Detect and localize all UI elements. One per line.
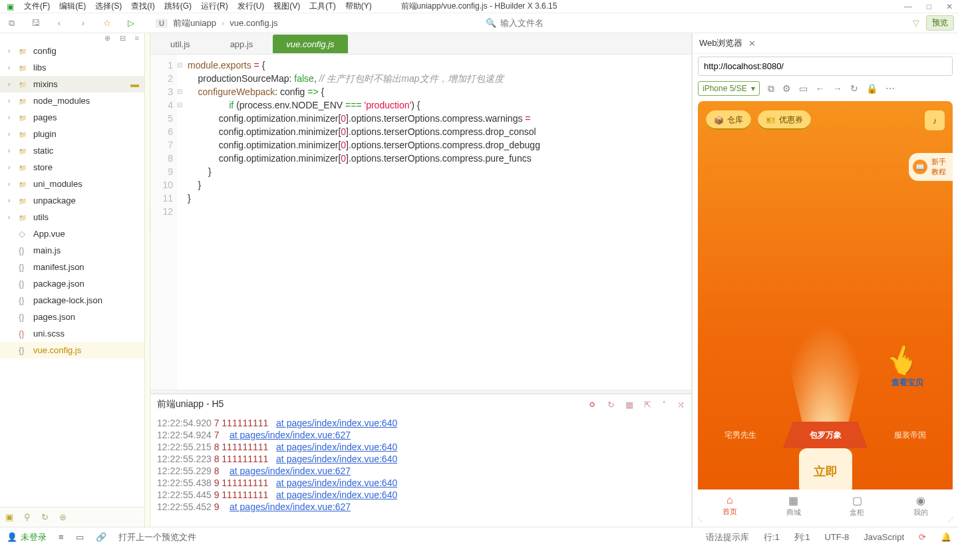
tree-item[interactable]: ›pages: [0, 109, 144, 126]
tree-item[interactable]: ›libs: [0, 59, 144, 76]
tree-item[interactable]: ›unpackage: [0, 192, 144, 209]
collapse-icon[interactable]: ⊟: [120, 34, 126, 43]
more-icon[interactable]: ⋯: [885, 83, 895, 94]
devtools-icon[interactable]: ▭: [799, 83, 808, 94]
lang-mode[interactable]: JavaScript: [864, 532, 904, 542]
menu-item[interactable]: 运行(R): [201, 1, 228, 11]
file-tree[interactable]: ›config›libs›mixins▬›node_modules›pages›…: [0, 43, 144, 507]
collapse-console-icon[interactable]: ˄: [662, 400, 667, 410]
breadcrumb-file[interactable]: vue.config.js: [230, 18, 277, 28]
cat-left[interactable]: 宅男先生: [698, 422, 783, 448]
forward-nav-icon[interactable]: →: [833, 83, 842, 94]
trace-link[interactable]: at pages/index/index.vue:627: [230, 430, 351, 440]
trace-link[interactable]: at pages/index/index.vue:640: [276, 454, 397, 464]
trace-link[interactable]: at pages/index/index.vue:640: [276, 490, 397, 500]
music-button[interactable]: ♪: [925, 110, 945, 130]
run-icon[interactable]: ▷: [125, 17, 137, 29]
add-icon[interactable]: ⊕: [104, 34, 110, 43]
sync-icon[interactable]: ↻: [41, 512, 49, 522]
tree-item[interactable]: {}uni.scss: [0, 325, 144, 342]
link-icon[interactable]: 🔗: [96, 532, 106, 542]
phone-nav-item[interactable]: ◉我的: [889, 490, 953, 521]
tree-item[interactable]: {}main.js: [0, 242, 144, 259]
menu-item[interactable]: 文件(F): [24, 1, 50, 11]
list-icon[interactable]: ≡: [59, 532, 64, 542]
reload-icon[interactable]: ↻: [850, 83, 858, 94]
open-icon[interactable]: ⧉: [768, 83, 774, 94]
menu-item[interactable]: 工具(T): [309, 1, 335, 11]
tree-item[interactable]: ›node_modules: [0, 92, 144, 109]
editor-tab[interactable]: app.js: [210, 34, 273, 54]
preview-url-input[interactable]: [698, 57, 953, 76]
code-area[interactable]: 123456789101112 ⊟ ⊟⊟ module.exports = { …: [150, 55, 691, 390]
tree-item[interactable]: ›mixins▬: [0, 76, 144, 92]
tree-item[interactable]: ›utils: [0, 209, 144, 225]
tree-item[interactable]: {}manifest.json: [0, 259, 144, 275]
back-icon[interactable]: ‹: [53, 17, 65, 29]
menu-icon[interactable]: ≡: [135, 34, 139, 42]
restart-icon[interactable]: ↻: [607, 400, 615, 410]
sync-status-icon[interactable]: ⟳: [919, 532, 926, 542]
breadcrumb-project[interactable]: 前端uniapp: [173, 17, 216, 29]
back-nav-icon[interactable]: ←: [816, 83, 825, 94]
tree-item[interactable]: ›uni_modules: [0, 176, 144, 192]
menu-item[interactable]: 发行(U): [238, 1, 265, 11]
editor-tab[interactable]: vue.config.js: [273, 35, 347, 53]
export-icon[interactable]: ⇱: [644, 400, 651, 410]
lock-icon[interactable]: 🔒: [866, 83, 878, 94]
wrap-icon[interactable]: ⤭: [677, 400, 685, 410]
encoding[interactable]: UTF-8: [824, 532, 849, 542]
maximize-icon[interactable]: □: [927, 2, 931, 11]
menu-item[interactable]: 帮助(Y): [345, 1, 372, 11]
new-file-icon[interactable]: ⧉: [5, 17, 17, 29]
fold-column[interactable]: ⊟ ⊟⊟: [177, 55, 185, 390]
preview-close-icon[interactable]: ✕: [748, 39, 756, 49]
star-icon[interactable]: ☆: [101, 17, 113, 29]
file-search[interactable]: 🔍: [486, 18, 667, 28]
preview-tab-label[interactable]: Web浏览器: [699, 37, 743, 49]
gear-icon[interactable]: ⚙: [782, 83, 791, 94]
trace-link[interactable]: at pages/index/index.vue:627: [230, 466, 351, 476]
go-button[interactable]: 立即: [799, 448, 852, 495]
tree-item[interactable]: ◇App.vue: [0, 225, 144, 242]
folder-icon[interactable]: ▣: [5, 512, 13, 522]
save-icon[interactable]: 🖫: [29, 17, 41, 29]
phone-nav-item[interactable]: ⌂首页: [698, 490, 762, 521]
cat-mid[interactable]: 包罗万象: [783, 422, 868, 448]
lang-hint[interactable]: 语法提示库: [706, 531, 749, 543]
minimize-icon[interactable]: —: [904, 2, 912, 11]
bug-icon[interactable]: ⚲: [24, 512, 31, 522]
trash-icon[interactable]: ▦: [625, 400, 633, 410]
file-search-input[interactable]: [500, 18, 667, 28]
tree-item[interactable]: ›config: [0, 43, 144, 59]
trace-link[interactable]: at pages/index/index.vue:627: [230, 501, 351, 512]
phone-nav-item[interactable]: ▢盒柜: [826, 490, 889, 521]
stop-icon[interactable]: ⭘: [588, 400, 597, 410]
cat-right[interactable]: 服装帝国: [868, 422, 953, 448]
look-label[interactable]: 查看宝贝: [891, 377, 923, 388]
trace-link[interactable]: at pages/index/index.vue:640: [276, 442, 397, 452]
phone-nav-item[interactable]: ▦商城: [762, 490, 826, 521]
trace-link[interactable]: at pages/index/index.vue:640: [276, 418, 397, 428]
trace-link[interactable]: at pages/index/index.vue:640: [276, 478, 397, 488]
globe-icon[interactable]: ⊛: [59, 512, 67, 522]
forward-icon[interactable]: ›: [77, 17, 89, 29]
terminal-icon[interactable]: ▭: [76, 532, 84, 542]
menu-item[interactable]: 编辑(E): [59, 1, 86, 11]
editor-tab[interactable]: util.js: [150, 34, 210, 54]
tree-item[interactable]: {}pages.json: [0, 309, 144, 325]
device-select[interactable]: iPhone 5/SE▾: [698, 81, 760, 96]
menu-item[interactable]: 选择(S): [95, 1, 122, 11]
menu-item[interactable]: 跳转(G): [164, 1, 192, 11]
tree-item[interactable]: ›static: [0, 142, 144, 159]
menu-item[interactable]: 视图(V): [273, 1, 300, 11]
login-status[interactable]: 👤 未登录: [7, 531, 47, 543]
console-body[interactable]: 12:22:54.920 7 111111111 at pages/index/…: [150, 414, 691, 527]
tree-item[interactable]: {}package-lock.json: [0, 292, 144, 309]
bell-icon[interactable]: 🔔: [941, 532, 951, 542]
close-icon[interactable]: ✕: [946, 2, 953, 11]
preview-button[interactable]: 预览: [926, 15, 954, 31]
tree-item[interactable]: {}package.json: [0, 275, 144, 292]
tree-item[interactable]: ›plugin: [0, 126, 144, 142]
tree-item[interactable]: ›store: [0, 159, 144, 176]
